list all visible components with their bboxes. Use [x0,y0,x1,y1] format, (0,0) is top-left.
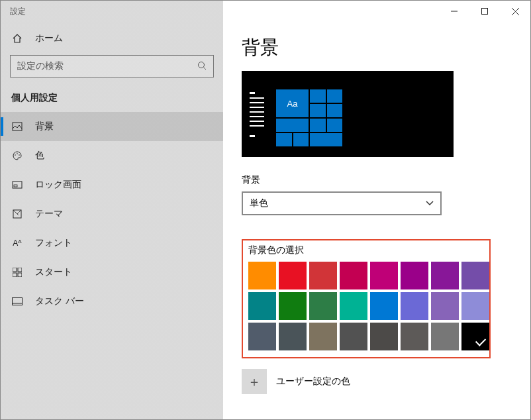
color-swatch[interactable] [340,292,367,320]
sidebar-item-label: 色 [35,150,44,162]
sidebar: ホーム 設定の検索 個人用設定 背景 色 [1,22,223,419]
svg-rect-16 [18,273,22,277]
sidebar-item-label: フォント [35,237,72,249]
sidebar-item-label: ロック画面 [35,179,81,191]
color-swatch[interactable] [431,292,459,320]
minimize-button[interactable] [439,1,469,22]
color-swatch[interactable] [431,323,459,350]
svg-rect-13 [13,268,17,272]
custom-color-button[interactable]: ＋ [242,369,267,394]
sidebar-item-start[interactable]: スタート [1,258,223,287]
svg-point-8 [17,153,18,154]
home-button[interactable]: ホーム [1,26,223,51]
color-swatch[interactable] [340,262,367,289]
preview-tile-sample-text: Aa [276,89,309,117]
sidebar-item-label: スタート [35,266,72,278]
preview-tiles: Aa [276,89,342,153]
theme-icon [11,209,23,219]
color-swatch[interactable] [279,262,307,289]
sidebar-item-label: タスク バー [35,295,84,307]
sidebar-section-header: 個人用設定 [1,89,223,112]
color-swatch[interactable] [461,323,489,350]
page-title: 背景 [242,35,512,60]
palette-icon [11,150,23,161]
svg-rect-11 [14,185,17,187]
color-swatch[interactable] [461,262,489,289]
sidebar-item-colors[interactable]: 色 [1,141,223,170]
color-swatch[interactable] [309,292,337,320]
color-swatch[interactable] [370,262,398,289]
color-swatch[interactable] [248,262,276,289]
color-swatch[interactable] [248,292,276,320]
color-swatch[interactable] [370,292,398,320]
background-dropdown-value: 単色 [250,197,268,209]
color-swatch[interactable] [309,262,337,289]
custom-color-label: ユーザー設定の色 [276,376,350,388]
color-swatch[interactable] [370,323,398,350]
color-swatch[interactable] [401,262,428,289]
background-color-section: 背景色の選択 [242,239,491,358]
taskbar-icon [11,297,23,305]
color-swatch-grid [248,262,484,350]
svg-rect-17 [13,298,23,305]
preview-start-menu-lines [247,89,272,153]
search-input[interactable]: 設定の検索 [10,55,214,78]
color-swatch[interactable] [248,323,276,350]
color-swatch[interactable] [279,292,307,320]
close-button[interactable] [500,1,530,22]
search-icon [197,61,207,72]
maximize-button[interactable] [469,1,500,22]
start-icon [11,268,23,277]
svg-rect-15 [13,273,17,277]
desktop-preview: Aa [242,71,454,157]
svg-point-9 [19,154,20,156]
svg-point-7 [15,154,16,156]
sidebar-item-fonts[interactable]: AA フォント [1,229,223,258]
svg-point-4 [199,62,205,68]
color-swatch[interactable] [340,323,367,350]
background-dropdown[interactable]: 単色 [242,191,442,215]
main-content: 背景 Aa 背景 [223,22,530,419]
color-swatch[interactable] [461,292,489,320]
svg-rect-14 [18,268,22,272]
picture-icon [11,121,23,132]
plus-icon: ＋ [248,373,261,391]
sidebar-item-taskbar[interactable]: タスク バー [1,287,223,316]
sidebar-item-background[interactable]: 背景 [1,112,223,141]
font-icon: AA [11,238,23,248]
sidebar-item-lockscreen[interactable]: ロック画面 [1,170,223,199]
color-swatch[interactable] [401,323,428,350]
background-dropdown-label: 背景 [242,174,512,186]
sidebar-item-label: 背景 [35,121,54,132]
color-swatch[interactable] [431,262,459,289]
background-color-label: 背景色の選択 [248,244,484,256]
sidebar-item-themes[interactable]: テーマ [1,199,223,229]
svg-line-5 [204,67,207,70]
home-label: ホーム [35,32,63,44]
color-swatch[interactable] [401,292,428,320]
lockscreen-icon [11,180,23,190]
chevron-down-icon [426,199,434,208]
color-swatch[interactable] [279,323,307,350]
home-icon [11,33,23,44]
sidebar-item-label: テーマ [35,208,63,220]
search-placeholder: 設定の検索 [17,60,197,72]
color-swatch[interactable] [309,323,337,350]
svg-rect-1 [482,9,488,15]
